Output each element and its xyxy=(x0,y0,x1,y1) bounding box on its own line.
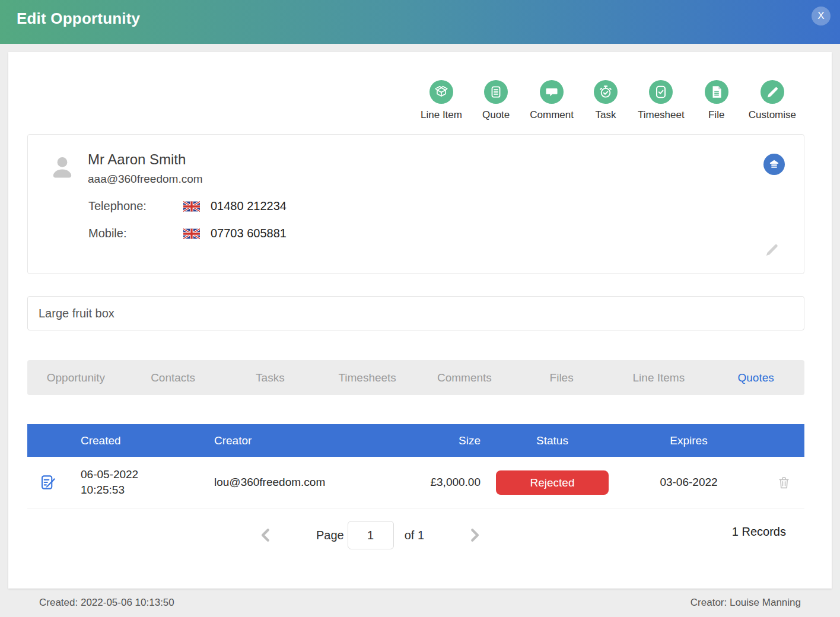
toolbar-action-customise[interactable]: Customise xyxy=(749,80,796,121)
toolbar-label: Timesheet xyxy=(638,109,685,121)
page-label: Page xyxy=(316,529,344,542)
contact-card: Mr Aaron Smith aaa@360freedom.com Teleph… xyxy=(27,134,804,274)
toolbar-action-comment[interactable]: Comment xyxy=(530,80,574,121)
tab-contacts[interactable]: Contacts xyxy=(125,371,222,384)
toolbar-label: Comment xyxy=(530,109,574,121)
tab-line-items[interactable]: Line Items xyxy=(610,371,708,384)
quotes-table-header: Created Creator Size Status Expires xyxy=(27,424,804,457)
page-of-label: of 1 xyxy=(405,529,424,542)
toolbar-label: Line Item xyxy=(421,109,462,121)
quotes-table: Created Creator Size Status Expires 06-0… xyxy=(27,424,804,562)
tab-comments[interactable]: Comments xyxy=(416,371,513,384)
table-row: 06-05-2022 10:25:53 lou@360freedom.com £… xyxy=(27,457,804,508)
cell-expires: 03-06-2022 xyxy=(615,476,763,489)
mobile-number: 07703 605881 xyxy=(211,227,287,240)
stopwatch-check-icon xyxy=(594,80,618,104)
toolbar-label: Task xyxy=(595,109,616,121)
next-page-button[interactable] xyxy=(466,526,483,544)
tab-opportunity[interactable]: Opportunity xyxy=(27,371,125,384)
created-time: 10:25:53 xyxy=(81,482,182,498)
cell-creator: lou@360freedom.com xyxy=(182,476,342,489)
toolbar-action-quote[interactable]: Quote xyxy=(482,80,510,121)
footer-created: Created: 2022-05-06 10:13:50 xyxy=(39,597,174,609)
opportunity-name-value: Large fruit box xyxy=(39,307,114,320)
column-header-size: Size xyxy=(342,434,490,447)
footer: Created: 2022-05-06 10:13:50 Creator: Lo… xyxy=(0,589,840,617)
toolbar-action-task[interactable]: Task xyxy=(594,80,618,121)
column-header-status: Status xyxy=(490,434,615,447)
previous-page-button[interactable] xyxy=(257,526,275,544)
toolbar-label: Quote xyxy=(482,109,510,121)
check-square-icon xyxy=(649,80,673,104)
toolbar-action-timesheet[interactable]: Timesheet xyxy=(638,80,685,121)
tab-files[interactable]: Files xyxy=(513,371,610,384)
document-lines-icon xyxy=(484,80,508,104)
tab-timesheets[interactable]: Timesheets xyxy=(319,371,416,384)
toolbar-action-file[interactable]: File xyxy=(705,80,728,121)
mobile-row: Mobile: 07703 605881 xyxy=(88,227,784,240)
contact-email: aaa@360freedom.com xyxy=(88,173,203,186)
speech-bubble-icon xyxy=(540,80,564,104)
toolbar-label: File xyxy=(708,109,724,121)
cell-created: 06-05-2022 10:25:53 xyxy=(69,467,182,497)
box-icon xyxy=(429,80,453,104)
pagination: Page of 1 1 Records xyxy=(27,508,804,562)
uk-flag-icon xyxy=(183,228,200,239)
tab-tasks[interactable]: Tasks xyxy=(222,371,319,384)
modal-header: Edit Opportunity X xyxy=(0,0,840,44)
records-count: 1 Records xyxy=(732,525,786,539)
trash-icon[interactable] xyxy=(777,475,791,490)
status-badge-rejected[interactable]: Rejected xyxy=(496,470,609,495)
column-header-creator: Creator xyxy=(182,434,342,447)
opportunity-name-field[interactable]: Large fruit box xyxy=(27,296,804,330)
email-button[interactable] xyxy=(763,154,785,175)
envelope-icon xyxy=(768,158,781,171)
column-header-expires: Expires xyxy=(615,434,763,447)
mobile-label: Mobile: xyxy=(88,227,183,240)
toolbar-label: Customise xyxy=(749,109,796,121)
file-icon xyxy=(705,80,728,104)
telephone-label: Telephone: xyxy=(88,199,183,213)
edit-contact-pencil-icon[interactable] xyxy=(763,241,780,258)
close-button[interactable]: X xyxy=(812,7,831,26)
uk-flag-icon xyxy=(183,201,200,212)
main-card: Line Item Quote Comment xyxy=(8,52,832,589)
cell-size: £3,000.00 xyxy=(342,476,490,489)
avatar xyxy=(48,152,77,183)
telephone-number: 01480 212234 xyxy=(211,199,287,213)
chevron-left-icon xyxy=(257,526,275,544)
contact-name: Mr Aaron Smith xyxy=(88,151,203,168)
chevron-right-icon xyxy=(466,526,483,544)
page-title: Edit Opportunity xyxy=(17,9,812,28)
tab-quotes[interactable]: Quotes xyxy=(707,371,804,384)
pencil-icon xyxy=(761,80,784,104)
page-number-input[interactable] xyxy=(348,521,394,549)
action-toolbar: Line Item Quote Comment xyxy=(27,80,804,121)
column-header-created: Created xyxy=(69,434,182,447)
footer-creator: Creator: Louise Manning xyxy=(691,597,801,609)
edit-quote-icon[interactable] xyxy=(39,473,57,491)
toolbar-action-line-item[interactable]: Line Item xyxy=(421,80,462,121)
tab-bar: Opportunity Contacts Tasks Timesheets Co… xyxy=(27,360,804,395)
telephone-row: Telephone: 01480 212234 xyxy=(88,199,784,213)
created-date: 06-05-2022 xyxy=(81,467,182,482)
